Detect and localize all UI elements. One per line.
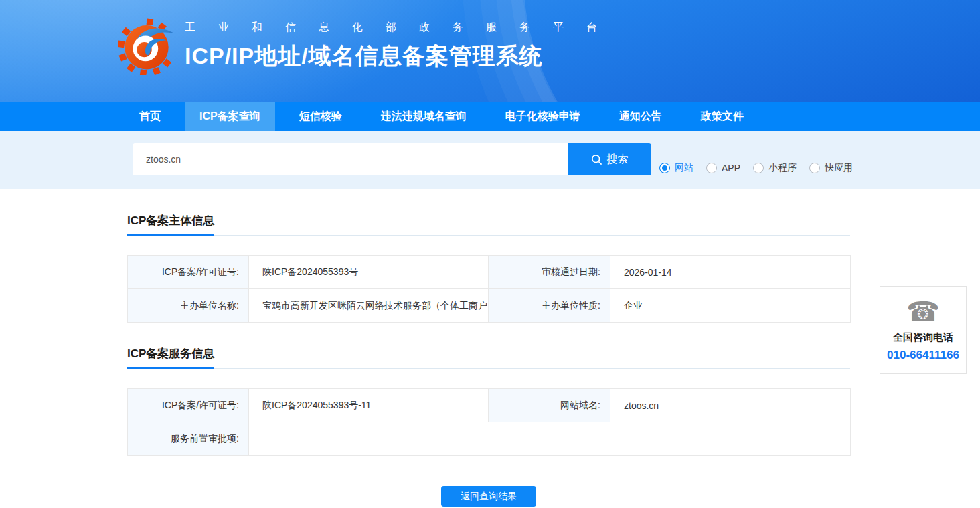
- cell-label: ICP备案/许可证号:: [128, 389, 249, 422]
- subject-section-head: ICP备案主体信息: [127, 213, 850, 236]
- nav-item-policies[interactable]: 政策文件: [686, 102, 758, 131]
- cell-label: ICP备案/许可证号:: [128, 256, 249, 289]
- telephone-icon: ☎: [880, 297, 966, 326]
- search-button[interactable]: 搜索: [568, 143, 651, 175]
- radio-dot-icon: [809, 163, 820, 173]
- radio-quickapp-label: 快应用: [825, 162, 853, 174]
- nav-item-icp-query[interactable]: ICP备案查询: [185, 102, 275, 131]
- table-row: 服务前置审批项:: [128, 422, 851, 456]
- radio-miniprogram-label: 小程序: [768, 162, 797, 174]
- cell-label: 审核通过日期:: [489, 256, 610, 289]
- search-band: 搜索 网站 APP 小程序 快应用: [0, 131, 980, 189]
- hotline-label: 全国咨询电话: [880, 331, 966, 344]
- cell-value: [249, 422, 851, 456]
- cell-label: 主办单位性质:: [489, 289, 610, 323]
- cell-value: 2026-01-14: [610, 256, 851, 289]
- cell-value: 陕ICP备2024055393号-11: [249, 389, 489, 422]
- hotline-card: ☎ 全国咨询电话 010-66411166: [880, 286, 967, 374]
- table-row: ICP备案/许可证号: 陕ICP备2024055393号 审核通过日期: 202…: [128, 256, 851, 289]
- subject-info-table: ICP备案/许可证号: 陕ICP备2024055393号 审核通过日期: 202…: [127, 255, 851, 323]
- radio-app-label: APP: [722, 163, 740, 173]
- miit-gear-logo[interactable]: [118, 17, 175, 75]
- header: 工业和信息化部政务服务平台 ICP/IP地址/域名信息备案管理系统: [0, 0, 980, 102]
- service-section-head: ICP备案服务信息: [127, 346, 850, 369]
- radio-dot-icon: [659, 163, 670, 173]
- radio-dot-icon: [706, 163, 717, 173]
- radio-quickapp[interactable]: 快应用: [809, 162, 853, 174]
- radio-website-label: 网站: [675, 162, 693, 174]
- radio-miniprogram[interactable]: 小程序: [753, 162, 797, 174]
- table-row: ICP备案/许可证号: 陕ICP备2024055393号-11 网站域名: zt…: [128, 389, 851, 422]
- cell-value: 陕ICP备2024055393号: [249, 256, 489, 289]
- cell-label: 主办单位名称:: [128, 289, 249, 323]
- nav-item-e-verification[interactable]: 电子化核验申请: [491, 102, 595, 131]
- radio-website[interactable]: 网站: [659, 162, 693, 174]
- system-title: ICP/IP地址/域名信息备案管理系统: [185, 41, 620, 72]
- main-nav: 首页 ICP备案查询 短信核验 违法违规域名查询 电子化核验申请 通知公告 政策…: [0, 102, 980, 131]
- search-button-label: 搜索: [607, 153, 629, 167]
- nav-item-illegal-domain-query[interactable]: 违法违规域名查询: [366, 102, 481, 131]
- cell-label: 网站域名:: [489, 389, 610, 422]
- nav-item-notices[interactable]: 通知公告: [604, 102, 677, 131]
- back-to-results-button[interactable]: 返回查询结果: [441, 486, 536, 507]
- cell-value: 企业: [610, 289, 851, 323]
- cell-value: ztoos.cn: [610, 389, 851, 422]
- service-info-table: ICP备案/许可证号: 陕ICP备2024055393号-11 网站域名: zt…: [127, 388, 851, 456]
- radio-app[interactable]: APP: [706, 163, 740, 173]
- cell-value: 宝鸡市高新开发区咪陌云网络技术服务部（个体工商户）: [249, 289, 489, 323]
- hotline-number: 010-66411166: [880, 349, 966, 362]
- table-row: 主办单位名称: 宝鸡市高新开发区咪陌云网络技术服务部（个体工商户） 主办单位性质…: [128, 289, 851, 323]
- search-input[interactable]: [133, 143, 568, 175]
- subject-section-title: ICP备案主体信息: [127, 213, 214, 236]
- search-type-options: 网站 APP 小程序 快应用: [659, 162, 866, 174]
- nav-item-home[interactable]: 首页: [125, 102, 175, 131]
- search-icon: [591, 154, 602, 165]
- radio-dot-icon: [753, 163, 764, 173]
- platform-subtitle: 工业和信息化部政务服务平台: [185, 21, 620, 35]
- service-section-title: ICP备案服务信息: [127, 346, 214, 369]
- nav-item-sms-verify[interactable]: 短信核验: [284, 102, 357, 131]
- cell-label: 服务前置审批项:: [128, 422, 249, 456]
- main-content: ICP备案主体信息 ICP备案/许可证号: 陕ICP备2024055393号 审…: [127, 213, 850, 507]
